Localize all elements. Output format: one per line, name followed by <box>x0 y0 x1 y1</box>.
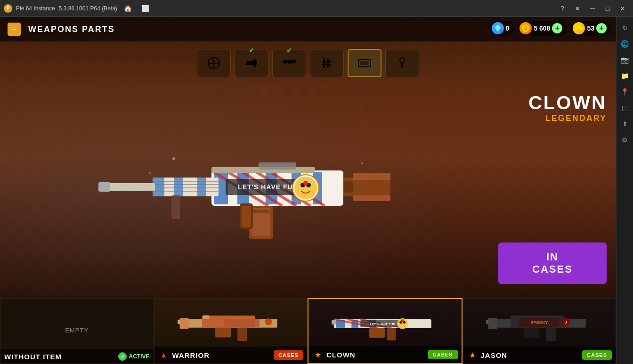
in-cases-button[interactable]: IN CASES <box>498 243 607 284</box>
scope-part[interactable] <box>197 49 231 77</box>
header-bar: ← WEAPONS PARTS 0 $ 5 608 + G <box>0 17 616 41</box>
maximize-button[interactable]: □ <box>601 2 614 15</box>
warrior-rarity-icon: ▲ <box>158 349 170 361</box>
camera-icon[interactable]: 📷 <box>618 53 632 67</box>
title-bar-controls: ? ≡ ─ □ ✕ <box>556 2 629 15</box>
svg-rect-70 <box>180 318 189 329</box>
home-icon[interactable]: 🏠 <box>121 4 135 13</box>
weapon-rarity: LEGENDARY <box>528 113 607 123</box>
svg-rect-13 <box>291 63 293 64</box>
gold-currency: G 53 + <box>571 21 611 36</box>
svg-rect-73 <box>224 319 260 327</box>
warrior-name: WARRIOR <box>172 351 210 359</box>
svg-rect-69 <box>237 328 247 341</box>
help-button[interactable]: ? <box>556 2 569 15</box>
svg-text:SPOOKY: SPOOKY <box>531 320 548 325</box>
add-coins-button[interactable]: + <box>552 23 562 33</box>
svg-rect-94 <box>546 328 556 341</box>
coins-value: 5 608 <box>534 24 550 32</box>
svg-rect-71 <box>203 315 209 319</box>
svg-text:G: G <box>577 27 580 31</box>
svg-point-86 <box>401 319 404 322</box>
back-button[interactable]: ← <box>8 23 21 36</box>
svg-text:LET'S HAVE FUN: LET'S HAVE FUN <box>370 323 396 326</box>
title-bar-version: 5.3.86.1001 P64 (Beta) <box>59 5 117 12</box>
layers-icon[interactable]: ▤ <box>618 101 632 115</box>
svg-rect-88 <box>332 320 336 324</box>
jason-footer: ★ JASON CASES <box>463 347 616 364</box>
muzzle-part[interactable]: ✓ <box>235 49 268 77</box>
svg-rect-11 <box>284 63 286 64</box>
tag-part[interactable] <box>385 49 419 77</box>
svg-rect-93 <box>524 328 539 338</box>
active-label: ACTIVE <box>129 353 149 360</box>
menu-button[interactable]: ≡ <box>571 2 584 15</box>
gold-icon: G <box>573 22 585 34</box>
currency-area: 0 $ 5 608 + G 53 + <box>490 21 616 36</box>
clown-name: CLOWN <box>326 351 356 359</box>
svg-rect-16 <box>322 61 332 63</box>
svg-rect-24 <box>353 195 390 201</box>
clown-rarity-icon: ★ <box>312 349 324 360</box>
bottom-strip: EMPTY WITHOUT ITEM ✓ ACTIVE <box>0 298 616 364</box>
svg-text:LET'S HAVE FUN: LET'S HAVE FUN <box>238 183 298 191</box>
empty-label: EMPTY <box>65 327 89 334</box>
gems-icon <box>492 22 504 34</box>
warrior-card[interactable]: ▲ WARRIOR CASES <box>154 298 308 364</box>
svg-rect-54 <box>197 178 206 196</box>
svg-rect-55 <box>108 183 155 191</box>
skin-part[interactable] <box>348 49 381 77</box>
clown-footer: ★ CLOWN CASES <box>308 346 462 363</box>
svg-point-43 <box>303 181 308 186</box>
active-badge: ✓ ACTIVE <box>118 352 149 361</box>
warrior-name-area: ▲ WARRIOR <box>158 349 210 361</box>
svg-rect-17 <box>322 64 332 65</box>
clown-weapon-thumb: LET'S HAVE FUN <box>324 304 446 343</box>
svg-text:J: J <box>565 320 567 324</box>
svg-rect-53 <box>174 178 183 196</box>
globe-icon[interactable]: 🌐 <box>618 37 632 51</box>
svg-rect-99 <box>488 318 497 329</box>
jason-rarity-icon: ★ <box>467 349 478 361</box>
svg-point-20 <box>400 58 405 63</box>
refresh-icon[interactable]: ↻ <box>618 21 632 35</box>
weapon-name: CLOWN <box>528 92 607 113</box>
folder-icon[interactable]: 📁 <box>618 69 632 83</box>
jason-card[interactable]: SPOOKY J ★ JASON CASES <box>463 298 617 364</box>
without-item-card[interactable]: EMPTY WITHOUT ITEM ✓ ACTIVE <box>0 298 154 364</box>
without-item-footer: WITHOUT ITEM ✓ ACTIVE <box>0 349 154 364</box>
close-button[interactable]: ✕ <box>616 2 629 15</box>
svg-point-64 <box>361 162 363 164</box>
jason-weapon-thumb: SPOOKY J <box>478 303 601 343</box>
clown-name-area: ★ CLOWN <box>312 349 356 360</box>
gems-value: 0 <box>506 24 510 32</box>
warrior-cases-button[interactable]: CASES <box>274 350 303 360</box>
active-check-icon: ✓ <box>118 352 127 361</box>
svg-rect-87 <box>369 328 385 338</box>
right-sidebar: ↻ 🌐 📷 📁 📍 ▤ ⬆ ⚙ <box>616 17 633 364</box>
title-bar-text: Pie 64 Instance <box>16 5 55 12</box>
minimize-button[interactable]: ─ <box>586 2 599 15</box>
svg-rect-12 <box>288 63 290 64</box>
svg-point-63 <box>149 172 151 174</box>
foregrip-part[interactable] <box>310 49 344 77</box>
add-gold-button[interactable]: + <box>596 23 607 33</box>
title-bar: P Pie 64 Instance 5.3.86.1001 P64 (Beta)… <box>0 0 633 17</box>
clown-card[interactable]: LET'S HAVE FUN ★ CLOWN CASES <box>308 298 463 364</box>
upload-icon[interactable]: ⬆ <box>618 117 632 131</box>
svg-rect-68 <box>215 328 231 338</box>
clown-cases-button[interactable]: CASES <box>428 350 458 359</box>
title-bar-left: P Pie 64 Instance 5.3.86.1001 P64 (Beta)… <box>4 4 152 13</box>
grip-part[interactable]: ✓ <box>272 49 306 77</box>
settings-icon[interactable]: ⚙ <box>618 133 632 147</box>
svg-text:$: $ <box>525 26 528 31</box>
svg-point-72 <box>265 318 272 325</box>
location-icon[interactable]: 📍 <box>618 85 632 99</box>
svg-rect-15 <box>327 58 329 68</box>
jason-cases-button[interactable]: CASES <box>582 350 612 360</box>
without-item-name: WITHOUT ITEM <box>4 353 62 361</box>
svg-point-40 <box>294 177 317 199</box>
window-icon[interactable]: ⬜ <box>138 4 152 13</box>
svg-marker-0 <box>495 24 501 32</box>
gold-value: 53 <box>587 24 594 32</box>
